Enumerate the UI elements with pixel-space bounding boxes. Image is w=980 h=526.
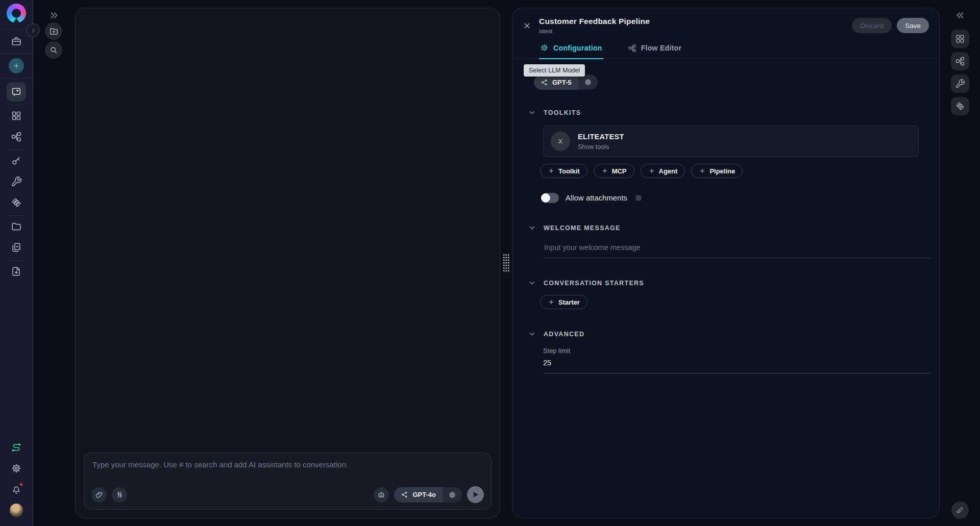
- button-label: Agent: [659, 167, 678, 175]
- step-limit-input[interactable]: [543, 359, 931, 367]
- chevron-down-icon: [528, 279, 536, 287]
- section-label: WELCOME MESSAGE: [544, 224, 621, 232]
- collapse-panel-button[interactable]: [954, 10, 966, 21]
- add-buttons-row: Toolkit MCP Agent Pipeline: [540, 164, 929, 178]
- rail-tags-button[interactable]: [951, 97, 969, 115]
- tags-icon: [11, 197, 22, 208]
- tab-label: Configuration: [553, 44, 602, 52]
- panel-header: Customer Feedback Pipeline latest Discar…: [512, 8, 939, 40]
- toolkit-card: ELITEATEST Show tools: [543, 126, 919, 157]
- add-pipeline-button[interactable]: Pipeline: [691, 164, 743, 178]
- share-nodes-icon: [401, 491, 408, 498]
- notification-badge: [19, 482, 23, 487]
- close-panel-button[interactable]: [523, 21, 531, 30]
- expand-panel-button[interactable]: [48, 10, 60, 21]
- assistant-button[interactable]: [374, 487, 389, 503]
- sidebar-item-toolkits[interactable]: [7, 172, 26, 191]
- explorer-rail: [33, 0, 75, 526]
- search-button[interactable]: [45, 41, 62, 59]
- rail-toolkits-button[interactable]: [951, 74, 969, 93]
- collapse-starters-button[interactable]: [528, 279, 536, 287]
- plus-icon: [548, 298, 555, 306]
- chevrons-left-icon: [954, 10, 966, 21]
- grid-icon: [11, 110, 22, 121]
- toolkit-icon: [551, 132, 570, 151]
- save-button[interactable]: Save: [897, 18, 929, 33]
- panel-resize-handle[interactable]: [503, 254, 509, 272]
- sidebar-item-tags[interactable]: [7, 193, 26, 212]
- collapse-advanced-button[interactable]: [528, 330, 536, 338]
- rail-apps-button[interactable]: [951, 30, 969, 48]
- send-button[interactable]: [467, 486, 484, 503]
- chat-model-label-segment[interactable]: GPT-4o: [394, 487, 443, 503]
- plus-icon: [548, 167, 555, 174]
- attachments-label: Allow attachments: [566, 194, 627, 202]
- pipeline-model-label-segment[interactable]: GPT-5: [534, 74, 578, 90]
- sidebar-item-settings[interactable]: [7, 459, 26, 478]
- sidebar-item-collections[interactable]: [7, 217, 26, 236]
- avatar[interactable]: [10, 504, 23, 517]
- app-logo[interactable]: [7, 4, 26, 23]
- plus-icon: [601, 167, 608, 174]
- new-folder-button[interactable]: [45, 22, 62, 40]
- plus-icon: [12, 62, 20, 70]
- chevron-down-icon: [528, 330, 536, 338]
- message-composer: GPT-4o: [84, 453, 492, 510]
- sidebar-item-apps[interactable]: [7, 106, 26, 126]
- panel-title: Customer Feedback Pipeline: [539, 17, 650, 26]
- sliders-icon: [115, 490, 124, 499]
- sidebar-item-artifacts[interactable]: [7, 262, 26, 281]
- allow-attachments-toggle[interactable]: [541, 193, 559, 203]
- sidebar-item-monitoring[interactable]: [7, 438, 26, 457]
- tab-configuration[interactable]: Configuration: [539, 41, 603, 59]
- plus-icon: [648, 167, 655, 174]
- paperclip-icon: [95, 490, 104, 499]
- route-icon: [11, 442, 22, 453]
- panel-version: latest: [539, 28, 650, 34]
- sidebar-item-notifications[interactable]: [7, 480, 26, 499]
- grid-icon: [955, 34, 965, 44]
- chat-model-settings-button[interactable]: [443, 487, 462, 503]
- pipeline-config-panel: Customer Feedback Pipeline latest Discar…: [512, 8, 940, 518]
- chevron-right-icon: [30, 27, 37, 34]
- attachments-settings-button[interactable]: [634, 194, 643, 202]
- create-button[interactable]: [9, 58, 24, 73]
- sidebar-item-credentials[interactable]: [7, 151, 26, 170]
- add-toolkit-button[interactable]: Toolkit: [540, 164, 587, 178]
- welcome-message-input[interactable]: [543, 240, 931, 258]
- chat-model-name: GPT-4o: [412, 491, 436, 498]
- attach-file-button[interactable]: [91, 487, 107, 503]
- sidebar-item-flows[interactable]: [7, 127, 26, 146]
- plus-icon: [699, 167, 706, 174]
- toolkit-info: ELITEATEST Show tools: [578, 133, 624, 151]
- attachments-row: Allow attachments: [541, 193, 929, 203]
- toolkit-glyph-icon: [555, 136, 566, 147]
- sidebar-expand-button[interactable]: [26, 23, 40, 37]
- sidebar-item-datasources[interactable]: [7, 238, 26, 257]
- message-input[interactable]: [92, 460, 483, 483]
- header-actions: Discard Save: [852, 18, 929, 33]
- add-agent-button[interactable]: Agent: [641, 164, 685, 178]
- brush-icon: [955, 506, 965, 515]
- wrench-icon: [955, 79, 965, 89]
- file-download-icon: [11, 266, 22, 277]
- section-advanced-header: ADVANCED: [528, 330, 929, 338]
- gear-icon: [634, 194, 643, 202]
- configuration-content: GPT-5 TOOLKITS ELITEATEST Show tools Too…: [512, 74, 939, 373]
- discard-button[interactable]: Discard: [852, 18, 892, 33]
- clean-button[interactable]: [951, 502, 969, 519]
- sidebar-item-projects[interactable]: [7, 32, 26, 51]
- sidebar-item-chat[interactable]: [7, 82, 26, 102]
- wrench-icon: [11, 176, 22, 187]
- add-mcp-button[interactable]: MCP: [594, 164, 634, 178]
- model-row: GPT-5: [534, 74, 929, 90]
- show-tools-link[interactable]: Show tools: [578, 143, 624, 151]
- collapse-welcome-button[interactable]: [528, 223, 536, 232]
- add-starter-button[interactable]: Starter: [540, 295, 587, 309]
- rail-flows-button[interactable]: [951, 52, 969, 70]
- chat-settings-button[interactable]: [112, 487, 127, 503]
- tab-flow-editor[interactable]: Flow Editor: [627, 41, 683, 59]
- collapse-toolkits-button[interactable]: [528, 108, 536, 117]
- pipeline-model-settings-button[interactable]: [578, 74, 598, 90]
- chevrons-right-icon: [48, 10, 60, 21]
